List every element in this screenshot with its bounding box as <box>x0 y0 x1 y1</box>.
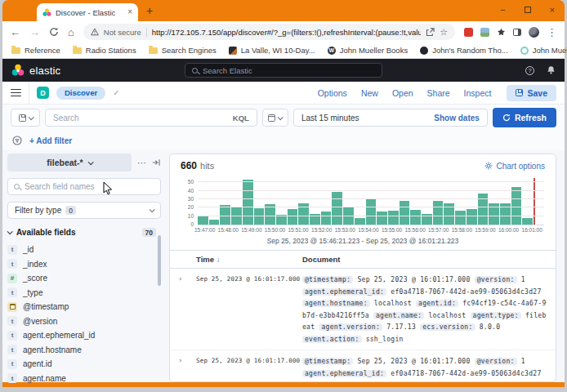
toolbar-link-open[interactable]: Open <box>392 88 413 98</box>
index-options-icon[interactable]: ⋯ <box>137 158 146 168</box>
sort-desc-icon[interactable]: ↓ <box>217 255 221 264</box>
space-badge[interactable]: D <box>37 87 49 99</box>
histogram-bar[interactable] <box>321 212 332 225</box>
histogram-bar[interactable] <box>467 209 477 225</box>
bookmark-item[interactable]: John Mueller Books... <box>520 46 567 55</box>
back-icon[interactable]: ← <box>10 27 20 38</box>
show-dates-link[interactable]: Show dates <box>434 114 480 122</box>
histogram-bar[interactable] <box>377 212 387 225</box>
refresh-button[interactable]: Refresh <box>493 108 556 127</box>
browser-tab[interactable]: Discover - Elastic × <box>37 3 138 21</box>
histogram-bar[interactable] <box>288 209 298 225</box>
toolbar-link-inspect[interactable]: Inspect <box>464 88 492 98</box>
histogram-bar[interactable] <box>410 210 421 225</box>
expand-row-icon[interactable]: › <box>178 274 196 283</box>
breadcrumb-discover[interactable]: Discover <box>56 87 105 100</box>
maximize-icon[interactable] <box>525 7 531 13</box>
table-row[interactable]: ›Sep 25, 2023 @ 16:01:17.000@timestamp: … <box>170 350 556 381</box>
query-input[interactable]: Search KQL <box>45 109 257 127</box>
menu-hamburger-icon[interactable] <box>11 89 21 97</box>
histogram-bar[interactable] <box>455 211 466 225</box>
field-item[interactable]: #_score <box>7 271 161 286</box>
field-item[interactable]: t_index <box>7 257 161 272</box>
field-item[interactable]: tagent.ephemeral_id <box>7 328 161 343</box>
histogram-bar[interactable] <box>511 187 522 225</box>
global-search-input[interactable]: Search Elastic <box>185 63 382 78</box>
document-cell: @timestamp: Sep 25, 2023 @ 16:01:17.000 … <box>302 274 547 345</box>
adblock-extension-icon[interactable] <box>464 28 473 37</box>
field-item[interactable]: tagent.id <box>7 357 161 372</box>
bookmark-item[interactable]: WJohn Mueller Books <box>328 46 408 55</box>
bookmark-item[interactable]: John's Random Tho... <box>420 46 507 55</box>
new-tab-icon[interactable]: + <box>146 4 153 17</box>
field-pill: agent.ephemeral_id: <box>302 288 386 296</box>
time-range-control[interactable]: Last 15 minutes Show dates <box>293 109 488 127</box>
filter-by-type-select[interactable]: Filter by type 0 <box>7 202 161 219</box>
time-cell: Sep 25, 2023 @ 16:01:17.000 <box>196 274 302 283</box>
profile-avatar[interactable] <box>529 27 539 38</box>
index-pattern-selector[interactable]: filebeat-* <box>7 154 132 172</box>
histogram-bar[interactable] <box>243 180 253 225</box>
filter-settings-icon[interactable] <box>12 136 22 145</box>
address-bar[interactable]: Not secure http://172.105.7.150/app/disc… <box>83 24 455 40</box>
url-text[interactable]: http://172.105.7.150/app/discover#/?_g=(… <box>152 28 421 37</box>
field-item[interactable]: @timestamp <box>7 300 161 314</box>
extensions-pin-icon[interactable] <box>497 28 506 37</box>
home-icon[interactable]: ⌂ <box>68 27 74 38</box>
expand-row-icon[interactable]: › <box>178 356 196 364</box>
side-panel-icon[interactable] <box>513 29 521 36</box>
query-placeholder: Search <box>53 114 79 122</box>
table-row[interactable]: ›Sep 25, 2023 @ 16:01:17.000@timestamp: … <box>170 269 556 350</box>
sidebar-scrollbar[interactable] <box>158 235 161 286</box>
histogram-bar[interactable] <box>355 218 365 225</box>
share-icon[interactable] <box>426 28 435 37</box>
histogram-bar[interactable] <box>254 208 265 225</box>
bookmark-star-icon[interactable]: ☆ <box>440 28 448 37</box>
column-document[interactable]: Document <box>302 255 547 264</box>
forward-icon[interactable]: → <box>29 27 40 38</box>
screenshot-extension-icon[interactable] <box>480 28 489 37</box>
histogram-bar[interactable] <box>198 216 208 225</box>
collapse-sidebar-icon[interactable] <box>152 158 160 167</box>
minimize-icon[interactable]: − <box>500 5 505 15</box>
field-item[interactable]: t_type <box>7 286 161 301</box>
column-time[interactable]: Time ↓ <box>196 255 302 264</box>
field-item[interactable]: tagent.name <box>7 372 161 386</box>
histogram-bar[interactable] <box>209 220 220 225</box>
search-icon <box>192 68 198 74</box>
histogram-bar[interactable] <box>522 218 533 225</box>
add-filter-button[interactable]: + Add filter <box>29 136 72 145</box>
field-item[interactable]: tagent.hostname <box>7 343 161 358</box>
histogram-bar[interactable] <box>433 201 444 225</box>
window-close-icon[interactable]: × <box>550 5 555 15</box>
tab-close-icon[interactable]: × <box>127 8 132 16</box>
histogram-bar[interactable] <box>400 201 410 225</box>
field-search-input[interactable]: Search field names <box>7 178 161 195</box>
browser-menu-icon[interactable]: ⋮ <box>547 27 557 38</box>
bookmark-item[interactable]: La Valle, WI 10-Day... <box>229 46 315 55</box>
histogram-bar[interactable] <box>332 192 342 225</box>
field-item[interactable]: t_id <box>7 243 161 257</box>
bookmark-item[interactable]: Radio Stations <box>73 46 136 55</box>
bookmark-item[interactable]: Search Engines <box>149 46 217 55</box>
query-language-button[interactable]: KQL <box>233 114 249 122</box>
reload-icon[interactable] <box>49 27 59 37</box>
bookmark-item[interactable]: Reference <box>11 46 60 55</box>
saved-query-button[interactable] <box>11 109 40 127</box>
chart-options-button[interactable]: Chart options <box>484 162 545 171</box>
toolbar-link-new[interactable]: New <box>361 88 378 98</box>
date-picker-button[interactable] <box>262 109 288 127</box>
alerts-bell-icon[interactable] <box>547 65 556 75</box>
histogram-bar[interactable] <box>388 211 399 225</box>
security-label[interactable]: Not secure <box>104 28 141 37</box>
field-item[interactable]: t@version <box>7 314 161 329</box>
time-range-label[interactable]: Last 15 minutes <box>301 114 359 122</box>
histogram-bar[interactable] <box>366 199 377 225</box>
toolbar-link-options[interactable]: Options <box>318 88 347 98</box>
help-icon[interactable]: ? <box>525 66 534 75</box>
histogram-bar[interactable] <box>231 207 242 225</box>
available-fields-header[interactable]: Available fields 70 <box>7 228 161 237</box>
toolbar-link-share[interactable]: Share <box>427 88 450 98</box>
save-button[interactable]: Save <box>507 85 556 101</box>
histogram-bar[interactable] <box>343 207 354 225</box>
